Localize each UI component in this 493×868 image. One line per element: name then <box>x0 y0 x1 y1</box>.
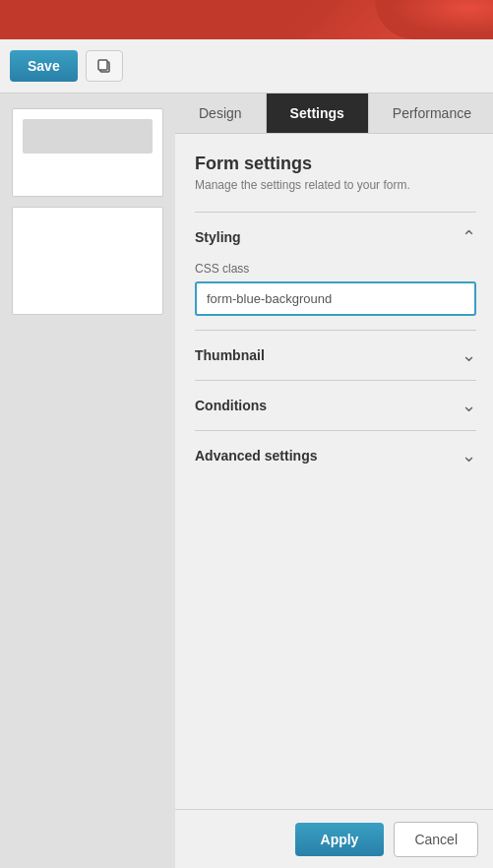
accordion-conditions-label: Conditions <box>195 398 267 413</box>
accordion-advanced-chevron: ⌄ <box>462 445 476 466</box>
save-button[interactable]: Save <box>10 50 78 82</box>
tab-performance[interactable]: Performance <box>369 93 493 133</box>
cancel-button[interactable]: Cancel <box>394 822 478 857</box>
accordion-conditions: Conditions ⌄ <box>195 380 476 430</box>
top-bar-decoration <box>375 0 493 39</box>
accordion-thumbnail-label: Thumbnail <box>195 347 265 363</box>
svg-rect-1 <box>98 60 107 70</box>
accordion-conditions-header[interactable]: Conditions ⌄ <box>195 381 476 430</box>
copy-button[interactable] <box>86 50 123 82</box>
accordion-conditions-chevron: ⌄ <box>462 395 476 416</box>
right-panel: Design Settings Performance Form setting… <box>175 93 493 868</box>
form-preview-card <box>12 108 163 197</box>
left-panel-placeholder <box>12 207 163 315</box>
css-class-label: CSS class <box>195 262 476 276</box>
settings-subtitle: Manage the settings related to your form… <box>195 178 476 192</box>
accordion-thumbnail-chevron: ⌄ <box>462 344 476 366</box>
tab-design[interactable]: Design <box>175 93 267 133</box>
apply-button[interactable]: Apply <box>295 823 385 856</box>
left-panel <box>0 93 175 868</box>
css-class-input[interactable] <box>195 281 476 316</box>
settings-content: Form settings Manage the settings relate… <box>175 134 493 868</box>
accordion-styling-body: CSS class <box>195 262 476 330</box>
top-bar <box>0 0 493 39</box>
toolbar: Save <box>0 39 493 93</box>
accordion-styling: Styling ⌃ CSS class <box>195 212 476 330</box>
accordion-advanced-label: Advanced settings <box>195 448 317 464</box>
accordion-thumbnail: Thumbnail ⌄ <box>195 330 476 380</box>
accordion-advanced: Advanced settings ⌄ <box>195 430 476 480</box>
accordion-thumbnail-header[interactable]: Thumbnail ⌄ <box>195 331 476 380</box>
accordion-advanced-header[interactable]: Advanced settings ⌄ <box>195 431 476 480</box>
accordion-styling-chevron: ⌃ <box>462 226 476 248</box>
main-content: Design Settings Performance Form setting… <box>0 93 493 868</box>
tab-settings[interactable]: Settings <box>267 93 369 133</box>
accordion-styling-label: Styling <box>195 229 241 245</box>
bottom-bar: Apply Cancel <box>175 809 493 868</box>
settings-title: Form settings <box>195 154 476 174</box>
tab-bar: Design Settings Performance <box>175 93 493 134</box>
copy-icon <box>96 58 112 74</box>
form-preview-inner <box>23 119 153 154</box>
accordion-styling-header[interactable]: Styling ⌃ <box>195 213 476 262</box>
